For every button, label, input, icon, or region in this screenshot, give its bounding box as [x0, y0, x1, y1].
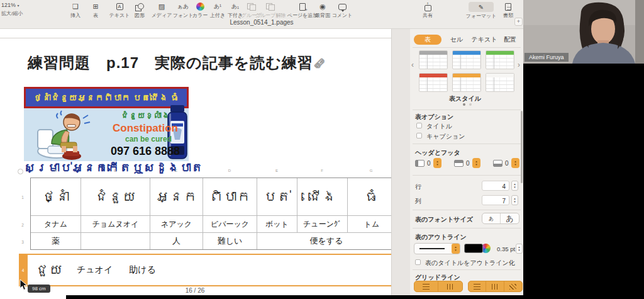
table-style-gray[interactable]	[419, 50, 448, 69]
table-cell[interactable]: ធំ	[348, 178, 396, 216]
table-cell[interactable]: 人	[150, 233, 203, 249]
shapes-icon	[135, 3, 144, 11]
table-cell[interactable]: បត់	[257, 178, 297, 216]
table-cell[interactable]: ជំនួយ	[81, 178, 150, 216]
header-rows-stepper[interactable]: ▲▼	[472, 158, 480, 168]
divider	[413, 228, 521, 228]
footer-rows-stepper[interactable]: ▲▼	[511, 158, 519, 168]
table-select-handle[interactable]	[18, 169, 23, 174]
tab-cell[interactable]: セル	[445, 35, 468, 45]
column-header-d[interactable]: D	[223, 169, 236, 172]
table-style-green[interactable]	[486, 50, 514, 69]
column-header-b[interactable]: B	[109, 169, 121, 172]
column-header-c[interactable]: C	[170, 169, 182, 172]
vertical-lines-icon	[447, 284, 454, 290]
column-header-e[interactable]: E	[270, 169, 283, 172]
table-cell[interactable]: 難しい	[203, 233, 257, 249]
table-cell[interactable]: ថ្នាំ	[31, 178, 81, 216]
table-cell[interactable]: チョムヌオイ	[81, 216, 150, 233]
divider	[413, 47, 521, 48]
ad-title: Constipation	[98, 122, 192, 135]
rows-stepper[interactable]: ▲▼	[511, 181, 518, 191]
column-header-a[interactable]: A	[49, 169, 62, 172]
table-cell[interactable]: អ្នក	[150, 178, 203, 216]
table-cell[interactable]: タナム	[31, 216, 81, 233]
media-icon: ▨	[158, 2, 165, 11]
sidebar-scrollbar[interactable]	[521, 111, 523, 183]
columns-count-field[interactable]	[482, 195, 509, 205]
page-title[interactable]: 練習問題 p.17 実際の記事を読む練習🗞	[28, 53, 326, 73]
row-header-3[interactable]: 3	[19, 240, 26, 244]
table-cell[interactable]: ピバーック	[203, 216, 257, 233]
table-cell[interactable]: トム	[348, 216, 396, 233]
table-style-blue[interactable]	[452, 50, 481, 69]
ad-phone-number: 097 616 8888	[98, 145, 192, 158]
outer-edges-button[interactable]	[504, 281, 522, 291]
columns-stepper[interactable]: ▲▼	[511, 195, 518, 205]
table-style-plain[interactable]	[486, 73, 514, 92]
table-style-orange[interactable]	[452, 73, 481, 92]
header-rows-value: 0	[466, 160, 470, 167]
add-panel-button[interactable]: +	[514, 18, 523, 26]
selected-table-row[interactable]: ជួយ チュオイ 助ける	[26, 254, 401, 286]
table-cell[interactable]: ជើង	[297, 178, 348, 216]
outline-title-checkbox-label: 表のタイトルをアウトライン化	[425, 259, 515, 268]
font-smaller-button[interactable]: あ	[482, 213, 501, 223]
constipated-man-cartoon	[33, 110, 101, 164]
header-columns-stepper[interactable]: ▲▼	[433, 158, 441, 168]
outline-color-well[interactable]	[464, 244, 491, 253]
participant-name-label: Akemi Furuya	[525, 53, 569, 62]
horizontal-gridlines-button[interactable]	[414, 281, 438, 291]
title-checkbox[interactable]	[416, 123, 422, 128]
table-cell[interactable]: ボット	[257, 216, 297, 233]
window-bottom-edge	[66, 295, 644, 299]
zoom-value[interactable]: 121%	[1, 2, 16, 8]
outline-width-stepper[interactable]: ▲▼	[516, 244, 523, 254]
outline-title-checkbox[interactable]	[415, 259, 421, 265]
divider	[413, 110, 521, 110]
tab-text[interactable]: テキスト	[470, 35, 498, 45]
table-options-label: 表オプション	[415, 113, 453, 121]
table-cell[interactable]: 薬	[31, 233, 81, 249]
page-indicator: 16 / 26	[157, 287, 233, 294]
table-icon: ⊞	[92, 2, 98, 11]
row-header-1[interactable]: 1	[19, 195, 26, 200]
superscript-icon: あ¹	[214, 2, 221, 11]
vertical-gridlines-button[interactable]	[438, 281, 462, 291]
tab-arrange[interactable]: 配置	[499, 35, 521, 45]
inner-vertical-button[interactable]	[486, 281, 504, 291]
caption-checkbox-label: キャプション	[426, 132, 465, 141]
divider	[413, 144, 521, 144]
font-larger-button[interactable]: あ	[501, 213, 519, 223]
caption-checkbox[interactable]	[416, 133, 422, 138]
table-style-red[interactable]	[419, 73, 448, 92]
inner-horizontal-button[interactable]	[469, 281, 486, 291]
divider	[413, 269, 521, 270]
table-font-size-label: 表のフォントサイズ	[415, 215, 473, 224]
table-cell[interactable]: チューンｸﾞ	[297, 216, 348, 233]
pagination-dot-active[interactable]	[463, 103, 465, 106]
row4-khmer: ជួយ	[35, 262, 63, 278]
column-header-f[interactable]: F	[316, 169, 328, 172]
zoom-control[interactable]: 121% ▾ 拡大/縮小	[1, 2, 23, 17]
table-cell-merged[interactable]: 便をする	[257, 233, 396, 249]
tab-table[interactable]: 表	[414, 35, 441, 45]
subscript-icon: あ₁	[231, 2, 239, 11]
styles-next-chevron[interactable]: ›	[518, 60, 520, 69]
column-header-g[interactable]: G	[365, 169, 377, 172]
horizontal-lines-icon	[423, 284, 430, 290]
table-cell[interactable]	[81, 233, 150, 249]
pages-window: 121% ▾ 拡大/縮小 ❏ 挿入 ⊞ 表 A テキスト 図形 ▨ メディア ぁ…	[0, 0, 523, 299]
insert-icon: ❏	[72, 2, 79, 11]
rows-count-field[interactable]	[482, 181, 509, 191]
outline-line-style-dropdown[interactable]: ▲▼	[414, 243, 460, 254]
row-header-2[interactable]: 2	[19, 223, 26, 227]
table-outline-label: 表のアウトライン	[415, 233, 467, 242]
pagination-dot[interactable]	[469, 103, 472, 106]
font-size-buttons: あ あ	[482, 213, 519, 224]
vocabulary-table: ថ្នាំ ជំនួយ អ្នក ពិបាក បត់ ជើង ធំ タナム チョ…	[30, 178, 395, 250]
table-cell[interactable]: ពិបាក	[203, 178, 257, 216]
styles-prev-chevron[interactable]: ‹	[411, 60, 414, 69]
color-swatch-black[interactable]	[464, 244, 483, 253]
table-cell[interactable]: ネアック	[150, 216, 203, 233]
